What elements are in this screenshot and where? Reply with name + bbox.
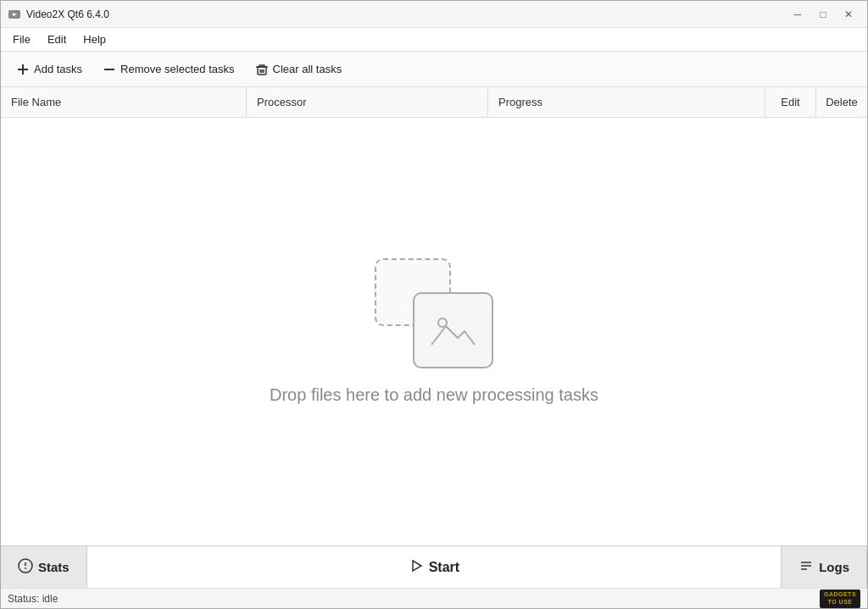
start-button[interactable]: Start bbox=[87, 546, 782, 588]
title-bar: Video2X Qt6 6.4.0 ─ □ ✕ bbox=[1, 1, 867, 28]
minimize-button[interactable]: ─ bbox=[786, 5, 810, 24]
status-bar: Status: idle GADGETSTO USE bbox=[1, 588, 867, 608]
add-tasks-button[interactable]: Add tasks bbox=[8, 58, 91, 80]
window-title: Video2X Qt6 6.4.0 bbox=[26, 8, 109, 20]
stats-label: Stats bbox=[38, 560, 70, 574]
col-header-delete: Delete bbox=[816, 87, 867, 117]
menu-bar: File Edit Help bbox=[1, 28, 867, 52]
clear-tasks-button[interactable]: Clear all tasks bbox=[247, 58, 351, 80]
table-header: File Name Processor Progress Edit Delete bbox=[1, 87, 867, 118]
start-icon bbox=[409, 558, 424, 577]
drop-area: Drop files here to add new processing ta… bbox=[270, 258, 598, 405]
bottom-bar: Stats Start Logs bbox=[1, 545, 867, 588]
col-header-edit: Edit bbox=[765, 87, 816, 117]
svg-marker-14 bbox=[413, 561, 421, 571]
maximize-button[interactable]: □ bbox=[811, 5, 835, 24]
app-icon bbox=[8, 8, 21, 21]
drop-icon bbox=[375, 258, 493, 368]
col-header-filename: File Name bbox=[1, 87, 247, 117]
add-tasks-label: Add tasks bbox=[34, 63, 82, 75]
svg-point-13 bbox=[25, 567, 26, 569]
stats-button[interactable]: Stats bbox=[1, 546, 87, 588]
clear-tasks-label: Clear all tasks bbox=[273, 63, 342, 75]
title-bar-left: Video2X Qt6 6.4.0 bbox=[8, 8, 109, 21]
add-tasks-icon bbox=[16, 63, 30, 76]
menu-file[interactable]: File bbox=[4, 30, 39, 49]
remove-tasks-icon bbox=[103, 63, 116, 76]
main-window: Video2X Qt6 6.4.0 ─ □ ✕ File Edit Help A… bbox=[0, 0, 868, 609]
menu-edit[interactable]: Edit bbox=[39, 30, 75, 49]
col-header-progress: Progress bbox=[488, 87, 765, 117]
clear-tasks-icon bbox=[255, 63, 269, 76]
placeholder-front bbox=[413, 292, 493, 368]
logs-button[interactable]: Logs bbox=[782, 546, 867, 588]
remove-tasks-label: Remove selected tasks bbox=[120, 63, 234, 75]
logs-label: Logs bbox=[819, 560, 849, 574]
toolbar: Add tasks Remove selected tasks bbox=[1, 52, 867, 87]
start-label: Start bbox=[429, 560, 459, 575]
close-button[interactable]: ✕ bbox=[837, 5, 860, 24]
menu-help[interactable]: Help bbox=[75, 30, 114, 49]
window-controls: ─ □ ✕ bbox=[786, 5, 860, 24]
stats-icon bbox=[18, 558, 33, 576]
drop-text: Drop files here to add new processing ta… bbox=[270, 385, 598, 405]
remove-tasks-button[interactable]: Remove selected tasks bbox=[94, 58, 242, 80]
main-content[interactable]: Drop files here to add new processing ta… bbox=[1, 118, 867, 545]
logs-icon bbox=[798, 558, 814, 576]
gadgets-logo: GADGETSTO USE bbox=[820, 590, 860, 608]
status-text: Status: idle bbox=[8, 593, 58, 605]
col-header-processor: Processor bbox=[247, 87, 488, 117]
